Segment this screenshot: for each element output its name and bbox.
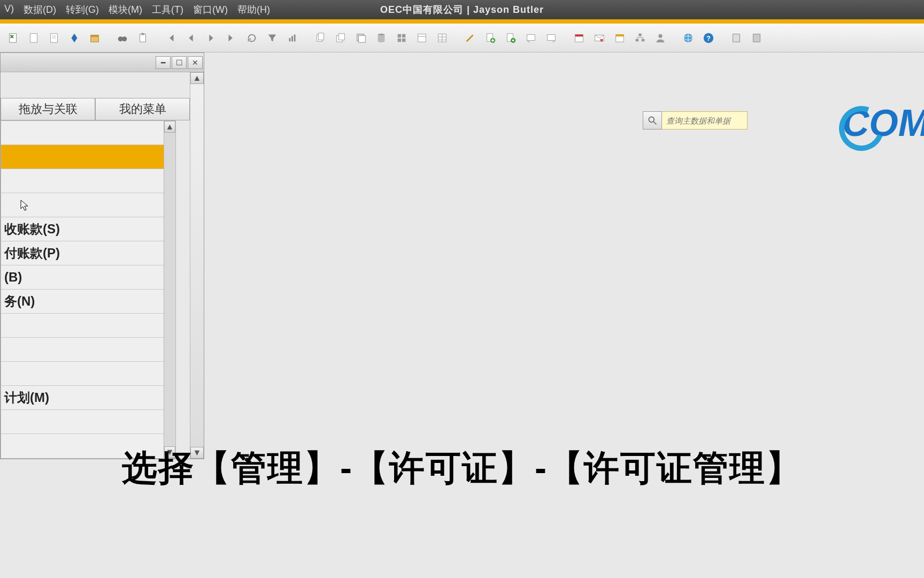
doc-gear-icon[interactable] — [502, 29, 520, 47]
module-list: 收账款(S) 付账款(P) (B) 务(N) 计划(M) ▲ ▼ — [1, 120, 176, 459]
brand-watermark: COM — [842, 102, 924, 144]
globe-icon[interactable] — [679, 29, 697, 47]
module-row-b[interactable]: (B) — [1, 265, 175, 290]
org-icon[interactable] — [631, 29, 649, 47]
module-row-n[interactable]: 务(N) — [1, 290, 175, 314]
copy-icon[interactable] — [311, 29, 329, 47]
menu-view[interactable]: V) — [4, 3, 14, 16]
svg-point-8 — [122, 36, 127, 41]
svg-rect-1 — [30, 33, 37, 42]
person-icon[interactable] — [651, 29, 669, 47]
module-row[interactable] — [1, 338, 175, 362]
help-icon[interactable]: ? — [699, 29, 718, 47]
book-icon[interactable] — [727, 29, 745, 47]
menu-data[interactable]: 数据(D) — [24, 3, 56, 16]
menu-tools[interactable]: 工具(T) — [152, 3, 183, 16]
binoculars-icon[interactable] — [113, 29, 132, 47]
menu-module[interactable]: 模块(M) — [109, 3, 142, 16]
module-row-ar[interactable]: 收账款(S) — [1, 217, 175, 241]
svg-rect-17 — [338, 33, 344, 40]
tab-my-menu[interactable]: 我的菜单 — [95, 98, 190, 120]
svg-rect-15 — [318, 33, 324, 40]
search-input[interactable] — [662, 111, 748, 130]
scroll-down-icon[interactable]: ▼ — [190, 447, 204, 459]
prev-icon[interactable] — [182, 29, 200, 47]
close-button[interactable]: ✕ — [188, 56, 203, 69]
scroll-track[interactable] — [164, 133, 175, 446]
svg-rect-24 — [402, 38, 405, 41]
first-icon[interactable] — [161, 29, 180, 47]
db-icon[interactable] — [372, 29, 390, 47]
pencil-icon[interactable] — [461, 29, 479, 47]
module-row-selected[interactable] — [1, 145, 175, 169]
panel-scrollbar[interactable]: ▲ ▼ — [190, 72, 204, 459]
menu-help[interactable]: 帮助(H) — [237, 3, 270, 16]
scroll-down-icon[interactable]: ▼ — [164, 446, 175, 458]
doc-icon[interactable] — [25, 29, 43, 47]
svg-point-35 — [512, 39, 514, 41]
svg-rect-25 — [418, 34, 426, 42]
tab-drag-link[interactable]: 拖放与关联 — [1, 98, 95, 120]
svg-point-46 — [658, 34, 662, 37]
scroll-up-icon[interactable]: ▲ — [190, 72, 204, 84]
form-icon[interactable] — [413, 29, 431, 47]
module-row-mrp[interactable]: 计划(M) — [1, 386, 175, 410]
svg-rect-19 — [358, 35, 365, 42]
doc-x-icon[interactable] — [4, 29, 22, 47]
calendar-icon[interactable] — [570, 29, 588, 47]
refresh-icon[interactable] — [243, 29, 261, 47]
scroll-up-icon[interactable]: ▲ — [164, 121, 175, 133]
svg-text:?: ? — [706, 34, 711, 42]
minimize-button[interactable]: ━ — [156, 56, 171, 69]
menu-bar: V) 数据(D) 转到(G) 模块(M) 工具(T) 窗口(W) 帮助(H) — [4, 3, 270, 16]
next-icon[interactable] — [202, 29, 220, 47]
last-icon[interactable] — [222, 29, 241, 47]
note2-icon[interactable] — [542, 29, 560, 47]
svg-rect-44 — [636, 39, 639, 41]
new-doc-icon[interactable] — [481, 29, 499, 47]
panel-tabs: 拖放与关联 我的菜单 — [1, 98, 190, 120]
module-row[interactable] — [1, 169, 175, 193]
page-icon[interactable] — [45, 29, 63, 47]
module-row[interactable] — [1, 193, 175, 217]
module-scrollbar[interactable]: ▲ ▼ — [164, 121, 175, 458]
module-row[interactable] — [1, 410, 175, 434]
module-row[interactable] — [1, 362, 175, 386]
clipboard-icon[interactable] — [134, 29, 152, 47]
svg-rect-11 — [289, 38, 291, 41]
diamond-icon[interactable] — [65, 29, 83, 47]
titlebar: V) 数据(D) 转到(G) 模块(M) 工具(T) 窗口(W) 帮助(H) O… — [0, 0, 924, 20]
svg-rect-12 — [291, 36, 293, 41]
svg-point-53 — [649, 117, 654, 122]
svg-rect-45 — [642, 39, 645, 41]
module-row-ap[interactable]: 付账款(P) — [1, 241, 175, 265]
svg-line-54 — [654, 122, 657, 125]
copy2-icon[interactable] — [332, 29, 350, 47]
module-row[interactable] — [1, 314, 175, 338]
panel-titlebar: ━ ☐ ✕ — [1, 53, 204, 72]
svg-rect-22 — [402, 34, 405, 37]
note-icon[interactable] — [522, 29, 540, 47]
book2-icon[interactable] — [748, 29, 766, 47]
module-row[interactable] — [1, 121, 175, 145]
grid-icon[interactable] — [392, 29, 411, 47]
menu-window[interactable]: 窗口(W) — [193, 3, 228, 16]
svg-rect-52 — [753, 34, 760, 42]
chart-icon[interactable] — [283, 29, 302, 47]
package-icon[interactable] — [86, 29, 104, 47]
search-button[interactable] — [643, 111, 662, 130]
maximize-button[interactable]: ☐ — [172, 56, 187, 69]
svg-rect-37 — [548, 34, 556, 40]
main-menu-panel: ━ ☐ ✕ 拖放与关联 我的菜单 收账款(S) 付账款(P) (B) 务(N) — [0, 52, 204, 459]
svg-rect-13 — [294, 34, 296, 41]
calendar2-icon[interactable] — [611, 29, 629, 47]
search-bar — [643, 111, 748, 130]
filter-icon[interactable] — [263, 29, 281, 47]
menu-goto[interactable]: 转到(G) — [66, 3, 99, 16]
svg-rect-42 — [616, 34, 624, 36]
table-icon[interactable] — [433, 29, 451, 47]
toolbar: ? — [0, 24, 924, 52]
svg-rect-23 — [398, 38, 401, 41]
layers-icon[interactable] — [352, 29, 370, 47]
mail-x-icon[interactable] — [590, 29, 609, 47]
